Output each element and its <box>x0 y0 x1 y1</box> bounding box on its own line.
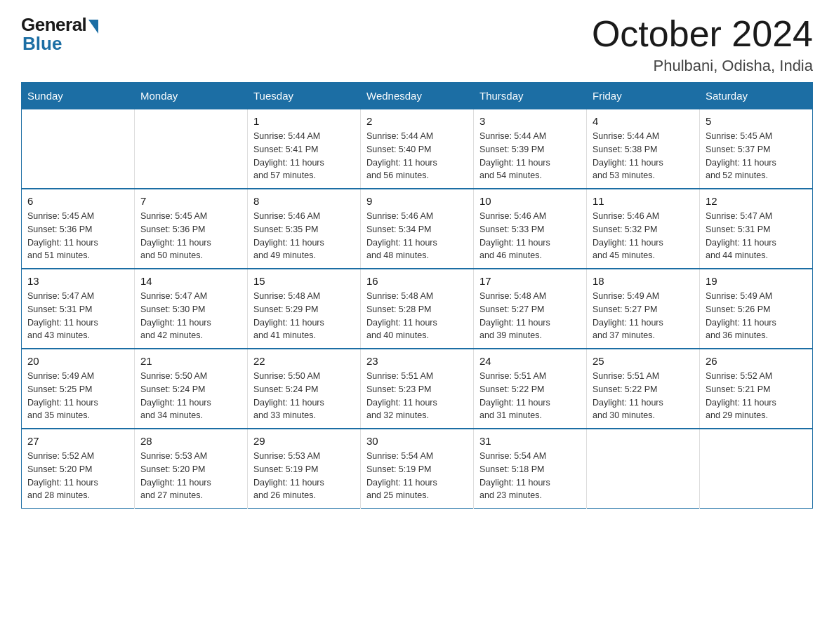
header-day-wednesday: Wednesday <box>361 83 474 109</box>
day-info: Sunrise: 5:47 AM Sunset: 5:30 PM Dayligh… <box>140 290 241 342</box>
calendar-day-25: 25Sunrise: 5:51 AM Sunset: 5:22 PM Dayli… <box>587 349 700 429</box>
calendar-day-6: 6Sunrise: 5:45 AM Sunset: 5:36 PM Daylig… <box>22 189 135 269</box>
day-number: 28 <box>140 435 241 447</box>
day-info: Sunrise: 5:48 AM Sunset: 5:28 PM Dayligh… <box>366 290 468 342</box>
calendar-week-row: 13Sunrise: 5:47 AM Sunset: 5:31 PM Dayli… <box>22 269 813 349</box>
calendar-day-19: 19Sunrise: 5:49 AM Sunset: 5:26 PM Dayli… <box>700 269 813 349</box>
calendar-table: SundayMondayTuesdayWednesdayThursdayFrid… <box>21 82 813 509</box>
header-day-sunday: Sunday <box>22 83 135 109</box>
day-info: Sunrise: 5:52 AM Sunset: 5:20 PM Dayligh… <box>27 450 128 502</box>
calendar-day-10: 10Sunrise: 5:46 AM Sunset: 5:33 PM Dayli… <box>474 189 587 269</box>
calendar-day-28: 28Sunrise: 5:53 AM Sunset: 5:20 PM Dayli… <box>135 429 248 509</box>
day-number: 7 <box>140 195 241 207</box>
calendar-week-row: 27Sunrise: 5:52 AM Sunset: 5:20 PM Dayli… <box>22 429 813 509</box>
day-info: Sunrise: 5:52 AM Sunset: 5:21 PM Dayligh… <box>706 370 807 422</box>
day-number: 20 <box>27 355 128 367</box>
calendar-week-row: 6Sunrise: 5:45 AM Sunset: 5:36 PM Daylig… <box>22 189 813 269</box>
day-number: 8 <box>253 195 355 207</box>
calendar-day-14: 14Sunrise: 5:47 AM Sunset: 5:30 PM Dayli… <box>135 269 248 349</box>
calendar-empty-cell <box>587 429 700 509</box>
day-info: Sunrise: 5:53 AM Sunset: 5:19 PM Dayligh… <box>253 450 355 502</box>
day-info: Sunrise: 5:48 AM Sunset: 5:29 PM Dayligh… <box>253 290 355 342</box>
day-number: 3 <box>479 115 581 127</box>
day-info: Sunrise: 5:54 AM Sunset: 5:19 PM Dayligh… <box>366 450 468 502</box>
day-info: Sunrise: 5:50 AM Sunset: 5:24 PM Dayligh… <box>253 370 355 422</box>
day-number: 14 <box>140 275 241 287</box>
day-info: Sunrise: 5:45 AM Sunset: 5:36 PM Dayligh… <box>140 210 241 262</box>
day-info: Sunrise: 5:45 AM Sunset: 5:37 PM Dayligh… <box>706 130 807 182</box>
calendar-day-9: 9Sunrise: 5:46 AM Sunset: 5:34 PM Daylig… <box>361 189 474 269</box>
day-info: Sunrise: 5:46 AM Sunset: 5:33 PM Dayligh… <box>479 210 581 262</box>
calendar-empty-cell <box>700 429 813 509</box>
day-info: Sunrise: 5:54 AM Sunset: 5:18 PM Dayligh… <box>479 450 581 502</box>
day-info: Sunrise: 5:50 AM Sunset: 5:24 PM Dayligh… <box>140 370 241 422</box>
day-info: Sunrise: 5:53 AM Sunset: 5:20 PM Dayligh… <box>140 450 241 502</box>
day-number: 11 <box>593 195 694 207</box>
day-number: 16 <box>366 275 468 287</box>
logo-blue-text: Blue <box>22 33 62 55</box>
day-number: 17 <box>479 275 581 287</box>
day-number: 25 <box>593 355 694 367</box>
calendar-day-8: 8Sunrise: 5:46 AM Sunset: 5:35 PM Daylig… <box>248 189 361 269</box>
day-info: Sunrise: 5:49 AM Sunset: 5:25 PM Dayligh… <box>27 370 128 422</box>
day-number: 26 <box>706 355 807 367</box>
calendar-day-21: 21Sunrise: 5:50 AM Sunset: 5:24 PM Dayli… <box>135 349 248 429</box>
day-info: Sunrise: 5:44 AM Sunset: 5:39 PM Dayligh… <box>479 130 581 182</box>
day-number: 23 <box>366 355 468 367</box>
calendar-day-20: 20Sunrise: 5:49 AM Sunset: 5:25 PM Dayli… <box>22 349 135 429</box>
day-info: Sunrise: 5:44 AM Sunset: 5:38 PM Dayligh… <box>593 130 694 182</box>
location-subtitle: Phulbani, Odisha, India <box>592 57 813 75</box>
day-number: 4 <box>593 115 694 127</box>
header-day-tuesday: Tuesday <box>248 83 361 109</box>
day-number: 12 <box>706 195 807 207</box>
page-header: General Blue October 2024 Phulbani, Odis… <box>21 14 813 75</box>
day-number: 31 <box>479 435 581 447</box>
calendar-day-15: 15Sunrise: 5:48 AM Sunset: 5:29 PM Dayli… <box>248 269 361 349</box>
calendar-empty-cell <box>22 109 135 189</box>
main-title: October 2024 <box>592 14 813 54</box>
calendar-day-5: 5Sunrise: 5:45 AM Sunset: 5:37 PM Daylig… <box>700 109 813 189</box>
calendar-day-31: 31Sunrise: 5:54 AM Sunset: 5:18 PM Dayli… <box>474 429 587 509</box>
calendar-day-1: 1Sunrise: 5:44 AM Sunset: 5:41 PM Daylig… <box>248 109 361 189</box>
calendar-header-row: SundayMondayTuesdayWednesdayThursdayFrid… <box>22 83 813 109</box>
day-number: 6 <box>27 195 128 207</box>
day-info: Sunrise: 5:46 AM Sunset: 5:34 PM Dayligh… <box>366 210 468 262</box>
day-number: 21 <box>140 355 241 367</box>
calendar-day-23: 23Sunrise: 5:51 AM Sunset: 5:23 PM Dayli… <box>361 349 474 429</box>
title-block: October 2024 Phulbani, Odisha, India <box>592 14 813 75</box>
day-number: 29 <box>253 435 355 447</box>
header-day-thursday: Thursday <box>474 83 587 109</box>
calendar-day-26: 26Sunrise: 5:52 AM Sunset: 5:21 PM Dayli… <box>700 349 813 429</box>
day-number: 22 <box>253 355 355 367</box>
calendar-empty-cell <box>135 109 248 189</box>
day-number: 5 <box>706 115 807 127</box>
day-info: Sunrise: 5:48 AM Sunset: 5:27 PM Dayligh… <box>479 290 581 342</box>
calendar-day-17: 17Sunrise: 5:48 AM Sunset: 5:27 PM Dayli… <box>474 269 587 349</box>
day-info: Sunrise: 5:46 AM Sunset: 5:35 PM Dayligh… <box>253 210 355 262</box>
day-number: 2 <box>366 115 468 127</box>
logo: General Blue <box>21 14 98 55</box>
day-info: Sunrise: 5:47 AM Sunset: 5:31 PM Dayligh… <box>27 290 128 342</box>
calendar-day-2: 2Sunrise: 5:44 AM Sunset: 5:40 PM Daylig… <box>361 109 474 189</box>
calendar-day-22: 22Sunrise: 5:50 AM Sunset: 5:24 PM Dayli… <box>248 349 361 429</box>
calendar-day-4: 4Sunrise: 5:44 AM Sunset: 5:38 PM Daylig… <box>587 109 700 189</box>
calendar-week-row: 1Sunrise: 5:44 AM Sunset: 5:41 PM Daylig… <box>22 109 813 189</box>
day-number: 18 <box>593 275 694 287</box>
calendar-day-11: 11Sunrise: 5:46 AM Sunset: 5:32 PM Dayli… <box>587 189 700 269</box>
header-day-friday: Friday <box>587 83 700 109</box>
calendar-day-27: 27Sunrise: 5:52 AM Sunset: 5:20 PM Dayli… <box>22 429 135 509</box>
calendar-day-29: 29Sunrise: 5:53 AM Sunset: 5:19 PM Dayli… <box>248 429 361 509</box>
logo-triangle-icon <box>88 20 98 34</box>
day-info: Sunrise: 5:47 AM Sunset: 5:31 PM Dayligh… <box>706 210 807 262</box>
day-info: Sunrise: 5:44 AM Sunset: 5:41 PM Dayligh… <box>253 130 355 182</box>
calendar-day-3: 3Sunrise: 5:44 AM Sunset: 5:39 PM Daylig… <box>474 109 587 189</box>
day-number: 19 <box>706 275 807 287</box>
day-number: 1 <box>253 115 355 127</box>
day-number: 30 <box>366 435 468 447</box>
day-info: Sunrise: 5:51 AM Sunset: 5:22 PM Dayligh… <box>593 370 694 422</box>
day-number: 24 <box>479 355 581 367</box>
day-info: Sunrise: 5:44 AM Sunset: 5:40 PM Dayligh… <box>366 130 468 182</box>
calendar-week-row: 20Sunrise: 5:49 AM Sunset: 5:25 PM Dayli… <box>22 349 813 429</box>
calendar-day-12: 12Sunrise: 5:47 AM Sunset: 5:31 PM Dayli… <box>700 189 813 269</box>
day-info: Sunrise: 5:46 AM Sunset: 5:32 PM Dayligh… <box>593 210 694 262</box>
